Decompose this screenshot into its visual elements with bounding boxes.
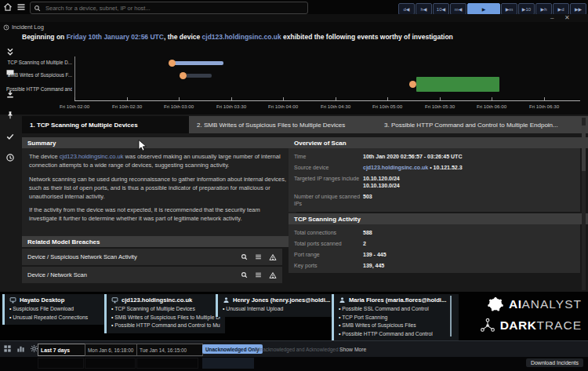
user-icon <box>223 296 230 304</box>
incident-device-link[interactable]: cjd123.holdingsinc.co.uk <box>202 33 281 41</box>
device-card-cjd123[interactable]: cjd123.holdingsinc.co.uk TCP Scanning of… <box>104 294 225 333</box>
top-navigation-bar: d◀ h◀ 10◀ m◀ ▶ ▶m ▶10 ▶h ▶d ▶▶ <box>0 0 588 14</box>
skip-to-now-button[interactable]: ▶▶ <box>570 3 586 15</box>
summary-device-link[interactable]: cjd123.holdingsinc.co.uk <box>60 153 124 160</box>
axis-tick <box>492 97 492 100</box>
search-icon[interactable] <box>241 253 248 260</box>
details-list-icon[interactable] <box>255 271 262 278</box>
step-fwd-hour-button[interactable]: ▶h <box>535 3 552 15</box>
search-icon <box>34 5 41 12</box>
tab-tcp-scanning[interactable]: 1. TCP Scanning of Multiple Devices <box>22 116 198 133</box>
device-alert: Suspicious File Download <box>9 305 107 314</box>
breach-row[interactable]: Device / Network Scan <box>22 267 282 283</box>
timeline-bar-tcp-scanning[interactable] <box>174 61 223 65</box>
step-back-minute-button[interactable]: m◀ <box>450 3 466 15</box>
search-icon[interactable] <box>241 271 248 278</box>
timeline-row-label: Possible HTTP Command and... <box>6 86 72 92</box>
device-alert: SMB Writes of Suspicious Files to Multip… <box>111 314 220 322</box>
from-datetime-input[interactable]: Mon Jan 6, 16:18:00 <box>85 344 140 356</box>
device-card-maria-flores[interactable]: Maria Flores (maria.flores@holdi... Poss… <box>332 294 459 341</box>
history-clock-icon[interactable] <box>5 153 15 162</box>
search-input[interactable] <box>44 4 304 13</box>
breach-row[interactable]: Device / Suspicious Network Scan Activit… <box>22 249 282 265</box>
incident-window-titlebar: – ✕ <box>0 14 588 22</box>
device-card-henry-jones[interactable]: Henry Jones (henry.jones@holdi... Unusua… <box>216 294 336 317</box>
desktop-icon <box>9 296 16 304</box>
playback-controls: d◀ h◀ 10◀ m◀ ▶ ▶m ▶10 ▶h ▶d ▶▶ <box>398 3 586 15</box>
breaches-header: Related Model Breaches <box>22 236 293 247</box>
table-row: Source device cjd123.holdingsinc.co.uk •… <box>289 162 580 173</box>
timeline-y-axis <box>74 56 75 101</box>
step-back-hour-button[interactable]: h◀ <box>416 3 432 15</box>
device-alert: Unusual Repeated Connections <box>9 314 107 322</box>
device-alert: TCP Port Scanning <box>339 314 454 322</box>
device-alert: Possible HTTP Command and Control to Mul… <box>111 322 220 330</box>
summary-body: The device cjd123.holdingsinc.co.uk was … <box>22 148 296 244</box>
chart-bars-icon[interactable] <box>16 344 25 353</box>
show-more-button[interactable]: Show More <box>339 347 366 352</box>
timeline-bar-http-c2[interactable] <box>416 77 499 92</box>
branding: AIANALYST DARKTRACE <box>480 293 582 336</box>
unacknowledged-and-acknowledged-filter-button[interactable]: Unacknowledged and Acknowledged <box>256 347 338 352</box>
incident-heading: Beginning on Friday 10th January 02:56 U… <box>22 33 453 41</box>
step-back-10min-button[interactable]: 10◀ <box>433 3 449 15</box>
tab-smb-writes[interactable]: 2. SMB Writes of Suspicious Files to Mul… <box>189 116 386 133</box>
download-incidents-button[interactable]: Download Incidents <box>526 358 583 367</box>
overview-table: Time 10th Jan 2020 02:56:57 - 03:26:45 U… <box>289 148 580 212</box>
device-card-hayato[interactable]: Hayato Desktop Suspicious File Download … <box>2 294 111 325</box>
user-icon <box>339 296 346 304</box>
source-device-link[interactable]: cjd123.holdingsinc.co.uk <box>363 165 428 170</box>
ai-analyst-logo: AIANALYST <box>480 293 582 315</box>
axis-tick <box>74 97 75 100</box>
close-button[interactable]: ✕ <box>564 14 570 22</box>
breach-label: Device / Suspicious Network Scan Activit… <box>27 253 137 260</box>
incident-date-link[interactable]: Friday 10th January 02:56 UTC <box>67 33 164 41</box>
incident-log-title: Incident Log <box>3 24 44 31</box>
axis-tick <box>544 97 545 100</box>
timeline-bar-smb-writes[interactable] <box>186 74 212 78</box>
unacknowledged-only-filter-button[interactable]: Unacknowledged Only <box>202 344 263 354</box>
device-alert: Possible HTTP Command and Control <box>339 330 454 339</box>
axis-tick <box>283 97 284 100</box>
timeline-marker-http-c2[interactable] <box>409 81 416 88</box>
axis-tick-label: Fri 10th 03:00 <box>164 104 194 109</box>
minimize-button[interactable]: – <box>550 14 554 22</box>
step-fwd-minute-button[interactable]: ▶m <box>501 3 517 15</box>
axis-tick-label: Fri 10th 02:00 <box>60 104 89 109</box>
table-row: Time 10th Jan 2020 02:56:57 - 03:26:45 U… <box>289 151 580 162</box>
axis-tick <box>387 97 388 100</box>
home-icon[interactable] <box>3 2 13 12</box>
step-fwd-10min-button[interactable]: ▶10 <box>518 3 535 15</box>
device-alert: TCP Scanning of Multiple Devices <box>111 305 220 314</box>
apps-grid-icon[interactable] <box>3 344 12 353</box>
timeline-marker-smb-writes[interactable] <box>180 72 187 79</box>
alert-triangle-icon[interactable] <box>269 271 277 279</box>
table-row: Number of unique scanned IPs 503 <box>289 191 580 209</box>
table-row: Total ports scanned2 <box>289 238 580 249</box>
timeline-row-label: SMB Writes of Suspicious F... <box>6 72 72 78</box>
desktop-icon <box>111 296 118 304</box>
axis-tick-label: Fri 10th 05:30 <box>425 104 455 109</box>
timeline-marker-tcp-scanning[interactable] <box>169 60 176 67</box>
axis-tick-label: Fri 10th 03:30 <box>216 104 246 109</box>
menu-icon[interactable] <box>16 2 26 12</box>
status-bar: Last 7 days Mon Jan 6, 16:18:00 Tue Jan … <box>0 340 588 358</box>
acknowledge-check-icon[interactable] <box>5 132 15 141</box>
axis-tick <box>336 97 336 100</box>
overview-header: Overview of Scan <box>289 137 588 148</box>
related-devices-row: Hayato Desktop Suspicious File Download … <box>0 292 588 340</box>
darktrace-logo-icon <box>480 318 495 333</box>
timeline-row-label: TCP Scanning of Multiple D... <box>6 60 72 65</box>
pin-icon[interactable] <box>5 111 15 120</box>
details-list-icon[interactable] <box>255 253 262 260</box>
collapse-chevrons-icon[interactable] <box>5 47 15 56</box>
step-fwd-day-button[interactable]: ▶d <box>553 3 569 15</box>
play-button[interactable]: ▶ <box>467 3 500 15</box>
to-datetime-input[interactable]: Tue Jan 14, 16:15:00 <box>136 344 203 356</box>
step-back-day-button[interactable]: d◀ <box>398 3 415 15</box>
time-range-select[interactable]: Last 7 days <box>38 344 89 356</box>
search-box[interactable] <box>30 2 308 14</box>
tab-http-c2[interactable]: 3. Possible HTTP Command and Control to … <box>376 116 588 133</box>
scrollbar[interactable] <box>582 118 586 290</box>
alert-triangle-icon[interactable] <box>269 253 277 261</box>
